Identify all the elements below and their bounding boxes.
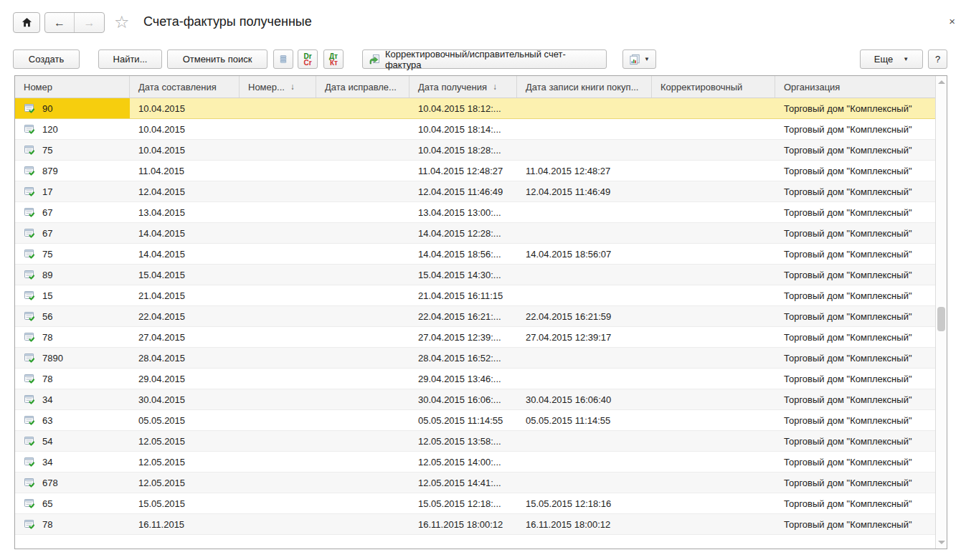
cell-number[interactable]: 34 [15,389,130,409]
cell-corrective[interactable] [652,202,775,222]
cell-number-corr[interactable] [240,244,316,264]
cell-date-composed[interactable]: 14.04.2015 [130,223,240,243]
cell-organization[interactable]: Торговый дом "Комплексный" [775,327,935,347]
cell-date-composed[interactable]: 22.04.2015 [130,306,240,326]
cell-book-entry-date[interactable] [517,348,652,368]
cell-number-corr[interactable] [240,514,316,534]
cell-date-received[interactable]: 21.04.2015 16:11:15 [409,285,517,305]
cell-book-entry-date[interactable] [517,431,652,451]
table-row[interactable]: 78 27.04.2015 27.04.2015 12:39:... 27.04… [15,327,935,348]
table-row[interactable]: 54 12.05.2015 12.05.2015 13:58:... Торго… [15,431,935,452]
cell-book-entry-date[interactable]: 05.05.2015 11:14:55 [517,410,652,430]
table-row[interactable]: 879 11.04.2015 11.04.2015 12:48:27 11.04… [15,161,935,181]
table-row[interactable]: 89 15.04.2015 15.04.2015 14:30:... Торго… [15,265,935,285]
table-row[interactable]: 34 12.05.2015 12.05.2015 14:00:... Торго… [15,452,935,473]
help-button[interactable]: ? [928,49,947,69]
cell-book-entry-date[interactable] [517,452,652,472]
cell-date-composed[interactable]: 30.04.2015 [130,389,240,409]
table-row[interactable]: 90 10.04.2015 10.04.2015 18:12:... Торго… [15,98,935,119]
cell-date-composed[interactable]: 12.05.2015 [130,452,240,472]
cell-number-corr[interactable] [240,265,316,285]
table-row[interactable]: 78 16.11.2015 16.11.2015 18:00:12 16.11.… [15,514,935,535]
cell-number[interactable]: 67 [15,202,130,222]
cell-book-entry-date[interactable] [517,223,652,243]
cell-date-fix[interactable] [316,140,409,160]
cell-date-received[interactable]: 10.04.2015 18:12:... [409,98,517,118]
table-row[interactable]: 67 13.04.2015 13.04.2015 13:00:... Торго… [15,202,935,223]
cell-date-fix[interactable] [316,348,409,368]
home-button[interactable] [13,12,40,33]
cell-date-composed[interactable]: 10.04.2015 [130,98,240,118]
cell-number-corr[interactable] [240,389,316,409]
table-row[interactable]: 15 21.04.2015 21.04.2015 16:11:15 Торгов… [15,285,935,306]
create-button[interactable]: Создать [13,49,80,69]
cell-date-fix[interactable] [316,473,409,493]
cell-date-fix[interactable] [316,244,409,264]
cell-corrective[interactable] [652,244,775,264]
cell-date-received[interactable]: 05.05.2015 11:14:55 [409,410,517,430]
cell-organization[interactable]: Торговый дом "Комплексный" [775,202,935,222]
table-row[interactable]: 17 12.04.2015 12.04.2015 11:46:49 12.04.… [15,181,935,202]
cell-date-received[interactable]: 22.04.2015 16:21:... [409,306,517,326]
cell-number[interactable]: 56 [15,306,130,326]
favorite-star-icon[interactable]: ☆ [114,11,130,33]
cell-number[interactable]: 34 [15,452,130,472]
cell-date-received[interactable]: 14.04.2015 18:56:... [409,244,517,264]
cell-date-composed[interactable]: 11.04.2015 [130,161,240,181]
cell-date-composed[interactable]: 14.04.2015 [130,244,240,264]
cell-book-entry-date[interactable] [517,265,652,285]
cell-organization[interactable]: Торговый дом "Комплексный" [775,161,935,181]
more-button[interactable]: Еще ▼ [860,49,923,69]
cell-organization[interactable]: Торговый дом "Комплексный" [775,244,935,264]
cell-corrective[interactable] [652,265,775,285]
column-header-corrective[interactable]: Корректировочный [652,76,775,98]
cell-number[interactable]: 54 [15,431,130,451]
cell-corrective[interactable] [652,369,775,389]
cell-book-entry-date[interactable]: 11.04.2015 12:48:27 [517,161,652,181]
cell-date-composed[interactable]: 12.05.2015 [130,431,240,451]
cell-date-fix[interactable] [316,327,409,347]
cell-number-corr[interactable] [240,431,316,451]
cell-corrective[interactable] [652,431,775,451]
cell-number[interactable]: 90 [15,98,130,118]
cell-corrective[interactable] [652,181,775,201]
cell-date-received[interactable]: 10.04.2015 18:14:... [409,119,517,139]
table-row[interactable]: 75 10.04.2015 10.04.2015 18:28:... Торго… [15,140,935,161]
table-row[interactable]: 678 12.05.2015 12.05.2015 14:41:... Торг… [15,473,935,493]
cell-date-received[interactable]: 15.04.2015 14:30:... [409,265,517,285]
cell-date-received[interactable]: 12.05.2015 13:58:... [409,431,517,451]
close-icon[interactable]: × [949,16,955,27]
cell-organization[interactable]: Торговый дом "Комплексный" [775,389,935,409]
cell-number[interactable]: 120 [15,119,130,139]
cell-organization[interactable]: Торговый дом "Комплексный" [775,306,935,326]
cell-number-corr[interactable] [240,119,316,139]
cell-number[interactable]: 78 [15,369,130,389]
cell-organization[interactable]: Торговый дом "Комплексный" [775,514,935,534]
cell-corrective[interactable] [652,473,775,493]
cell-date-fix[interactable] [316,285,409,305]
column-header-date-fix[interactable]: Дата исправле... [316,76,409,98]
cell-book-entry-date[interactable] [517,202,652,222]
cell-date-fix[interactable] [316,514,409,534]
cell-organization[interactable]: Торговый дом "Комплексный" [775,119,935,139]
cell-date-fix[interactable] [316,452,409,472]
cell-date-fix[interactable] [316,306,409,326]
cell-number-corr[interactable] [240,181,316,201]
cell-corrective[interactable] [652,348,775,368]
cell-book-entry-date[interactable] [517,369,652,389]
cell-organization[interactable]: Торговый дом "Комплексный" [775,181,935,201]
cell-book-entry-date[interactable]: 12.04.2015 11:46:49 [517,181,652,201]
table-row[interactable]: 56 22.04.2015 22.04.2015 16:21:... 22.04… [15,306,935,327]
table-row[interactable]: 63 05.05.2015 05.05.2015 11:14:55 05.05.… [15,410,935,431]
cell-date-fix[interactable] [316,98,409,118]
cell-organization[interactable]: Торговый дом "Комплексный" [775,98,935,118]
cell-date-received[interactable]: 16.11.2015 18:00:12 [409,514,517,534]
cell-date-composed[interactable]: 27.04.2015 [130,327,240,347]
cell-date-fix[interactable] [316,389,409,409]
cell-number-corr[interactable] [240,327,316,347]
table-row[interactable]: 67 14.04.2015 14.04.2015 12:28:... Торго… [15,223,935,244]
cell-date-fix[interactable] [316,223,409,243]
table-row[interactable]: 34 30.04.2015 30.04.2015 16:06:... 30.04… [15,389,935,410]
cell-book-entry-date[interactable]: 30.04.2015 16:06:40 [517,389,652,409]
cell-corrective[interactable] [652,119,775,139]
